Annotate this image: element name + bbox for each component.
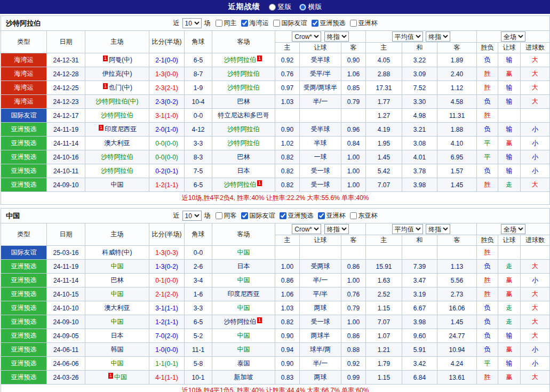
odds-line: 半球 — [300, 137, 341, 150]
home-team-name: 中国 — [111, 262, 124, 270]
league-filter-checkbox[interactable] — [312, 20, 318, 27]
result-goals: 小 — [521, 343, 550, 357]
odds-away: 0.90 — [341, 53, 366, 67]
match-scope-select[interactable]: 全场 — [501, 224, 525, 234]
away-team[interactable]: 特立尼达和多巴哥 — [212, 109, 275, 123]
league-filter[interactable]: 同主 — [216, 19, 237, 28]
league-filter-checkbox[interactable] — [280, 212, 286, 219]
odds-stage-select[interactable]: 终指 — [324, 224, 349, 234]
league-filter[interactable]: 同客 — [216, 211, 237, 220]
away-team[interactable]: 日本 — [212, 260, 275, 274]
home-team[interactable]: 伊拉克(中) — [85, 67, 149, 81]
away-team[interactable]: 沙特阿拉伯1 — [212, 178, 275, 192]
league-filter-checkbox[interactable] — [350, 20, 357, 27]
away-team[interactable]: 中国 — [212, 343, 275, 357]
filter-row: 中国 近 10 场 同客国际友谊亚洲预选亚洲杯东亚杯 — [1, 209, 550, 223]
result-handicap: 赢 — [498, 287, 521, 301]
home-team[interactable]: 1中国 — [85, 371, 149, 385]
home-team[interactable]: 沙特阿拉伯(中) — [85, 95, 149, 109]
odds-home: 1.03 — [275, 301, 300, 315]
home-team[interactable]: 科威特(中) — [85, 246, 149, 260]
avg-away: 11.31 — [437, 109, 477, 123]
col-result-goals: 进球数 — [521, 235, 550, 246]
league-filter-checkbox[interactable] — [318, 212, 325, 219]
result-goals: 大 — [521, 260, 550, 274]
away-team[interactable]: 沙特阿拉伯 — [212, 81, 275, 95]
league-type-badge: 海湾运 — [1, 67, 47, 81]
home-team[interactable]: 日本 — [85, 329, 149, 343]
league-filter-checkbox[interactable] — [273, 20, 280, 27]
away-team[interactable]: 泰国 — [212, 357, 275, 371]
league-filter[interactable]: 亚洲杯 — [318, 211, 346, 220]
home-team[interactable]: 1印度尼西亚 — [85, 123, 149, 137]
league-filter-checkbox[interactable] — [216, 20, 222, 27]
away-team[interactable]: 日本 — [212, 164, 275, 178]
bookmaker-select[interactable]: Crow* — [292, 224, 321, 234]
home-team[interactable]: 中国 — [85, 178, 149, 192]
layout-radio-input[interactable] — [299, 4, 306, 11]
league-filter[interactable]: 亚洲预选 — [280, 211, 314, 220]
away-team[interactable]: 巴林 — [212, 95, 275, 109]
home-team[interactable]: 澳大利亚 — [85, 301, 149, 315]
home-team-name: 中国 — [111, 359, 124, 367]
league-filter[interactable]: 国际友谊 — [273, 19, 307, 28]
match-scope-select[interactable]: 全场 — [501, 31, 525, 42]
away-team[interactable]: 新加坡 — [212, 371, 275, 385]
league-filter-checkbox[interactable] — [216, 212, 222, 219]
match-row: 亚洲预选 24-11-14 澳大利亚 0-0(0-0) 3-3 沙特阿拉伯 1.… — [1, 137, 550, 150]
home-team[interactable]: 中国 — [85, 357, 149, 371]
odds-line: 球半/两 — [300, 343, 341, 357]
home-team[interactable]: 沙特阿拉伯 — [85, 164, 149, 178]
avg-select[interactable]: 平均值 — [392, 31, 423, 42]
avg-home: 7.07 — [366, 178, 402, 192]
league-filter[interactable]: 亚洲预选 — [312, 19, 346, 28]
home-team[interactable]: 1也门(中) — [85, 81, 149, 95]
result-handicap — [498, 246, 521, 260]
avg-stage-select[interactable]: 终指 — [426, 224, 450, 234]
layout-radio-option[interactable]: 竖版 — [269, 2, 292, 12]
home-team[interactable]: 沙特阿拉伯 — [85, 109, 149, 123]
away-team[interactable]: 沙特阿拉伯 — [212, 67, 275, 81]
bookmaker-select[interactable]: Crow* — [292, 31, 321, 42]
corners: 10-4 — [185, 95, 212, 109]
league-filter[interactable]: 国际友谊 — [241, 211, 275, 220]
col-avg-draw: 和 — [402, 43, 437, 53]
away-team[interactable]: 沙特阿拉伯1 — [212, 53, 275, 67]
home-team[interactable]: 澳大利亚 — [85, 137, 149, 150]
league-filter[interactable]: 亚洲杯 — [350, 19, 378, 28]
col-score: 比分(半场) — [149, 223, 185, 246]
away-team[interactable]: 中国 — [212, 246, 275, 260]
league-filter-checkbox[interactable] — [350, 212, 357, 219]
home-team[interactable]: 韩国 — [85, 343, 149, 357]
away-team[interactable]: 沙特阿拉伯 — [212, 137, 275, 150]
games-count-select[interactable]: 10 — [182, 211, 202, 221]
result-goals: 大 — [521, 315, 550, 329]
league-filter-checkbox[interactable] — [241, 20, 248, 27]
away-team[interactable]: 中国 — [212, 274, 275, 287]
away-team[interactable]: 印度尼西亚 — [212, 287, 275, 301]
avg-select[interactable]: 平均值 — [392, 224, 423, 234]
home-team[interactable]: 中国 — [85, 315, 149, 329]
home-team[interactable]: 中国 — [85, 260, 149, 274]
home-team[interactable]: 巴林 — [85, 274, 149, 287]
home-team[interactable]: 中国 — [85, 287, 149, 301]
result-goals: 大 — [521, 67, 550, 81]
away-team[interactable]: 巴林 — [212, 150, 275, 164]
league-filter[interactable]: 海湾运 — [241, 19, 269, 28]
league-type-badge: 亚洲预选 — [1, 301, 47, 315]
home-team[interactable]: 1阿曼(中) — [85, 53, 149, 67]
away-team[interactable]: 沙特阿拉伯1 — [212, 315, 275, 329]
home-team[interactable]: 沙特阿拉伯 — [85, 150, 149, 164]
games-count-select[interactable]: 10 — [182, 18, 202, 28]
odds-home: 0.82 — [275, 178, 300, 192]
away-team[interactable]: 中国 — [212, 329, 275, 343]
league-filter[interactable]: 东亚杯 — [350, 211, 378, 220]
col-away: 客场 — [212, 31, 275, 53]
league-filter-checkbox[interactable] — [241, 212, 248, 219]
avg-stage-select[interactable]: 终指 — [426, 31, 450, 42]
layout-radio-option[interactable]: 横版 — [299, 2, 322, 12]
away-team[interactable]: 沙特阿拉伯 — [212, 123, 275, 137]
layout-radio-input[interactable] — [269, 4, 276, 11]
odds-stage-select[interactable]: 终指 — [324, 31, 349, 42]
away-team[interactable]: 中国 — [212, 301, 275, 315]
